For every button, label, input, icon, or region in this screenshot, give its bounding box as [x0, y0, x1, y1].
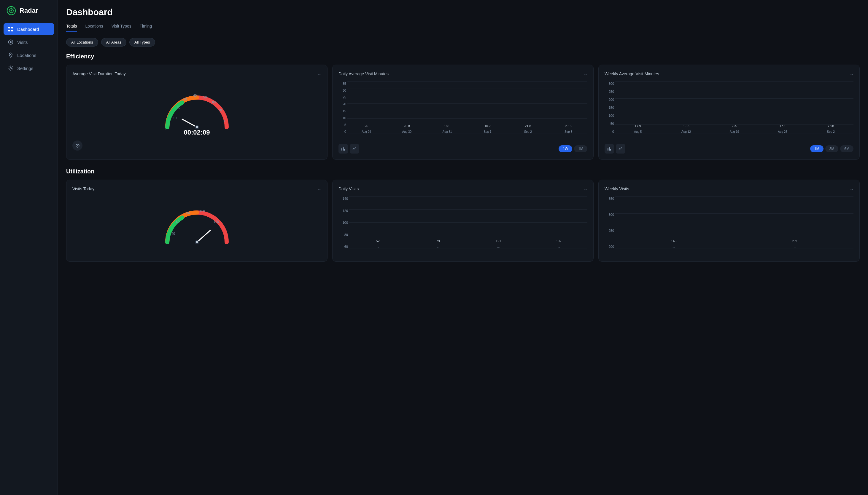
visits-today-title: Visits Today: [72, 186, 94, 191]
bars-container: 26 Aug 29 26.8 Aug 30 18.5 Aug 31: [347, 81, 587, 133]
sidebar-item-visits[interactable]: Visits: [3, 36, 54, 48]
svg-text:100: 100: [199, 209, 205, 213]
svg-rect-30: [608, 148, 608, 151]
period-btns-w: 1M 3M 6M: [810, 145, 853, 152]
weekly-chart-area: 17.9 Aug 5 1.33 Aug 12 225 Aug 19: [615, 81, 853, 140]
bar-aug29: 26 Aug 29: [347, 124, 386, 133]
svg-text:0: 0: [165, 127, 167, 131]
weekly-visits-card: Weekly Visits ⌄ 350 300 250 200: [598, 180, 860, 262]
bar-aug19: 225 Aug 19: [712, 124, 757, 133]
tab-visit-types[interactable]: Visit Types: [112, 22, 131, 32]
sidebar-item-dashboard[interactable]: Dashboard: [3, 23, 54, 35]
svg-rect-29: [344, 149, 345, 151]
daily-chart-wrapper: 35 30 25 20 15 10 5 0: [339, 81, 587, 140]
bar-wv1: 145 ...: [615, 239, 733, 249]
app-name: Radar: [20, 7, 38, 15]
sidebar-item-settings[interactable]: Settings: [3, 62, 54, 74]
pin-icon: [8, 52, 14, 58]
wv-chart-area: 145 ... 271 ...: [615, 196, 853, 256]
daily-visits-chevron[interactable]: ⌄: [584, 186, 587, 191]
svg-text:50: 50: [203, 96, 207, 99]
svg-text:40: 40: [171, 232, 175, 235]
bar-aug5: 17.9 Aug 5: [615, 124, 661, 133]
y-axis-dv: 140 120 100 80 60: [339, 196, 349, 249]
svg-rect-32: [610, 149, 611, 151]
period-3m-w[interactable]: 3M: [825, 145, 839, 152]
svg-point-12: [10, 54, 11, 55]
svg-rect-27: [341, 148, 342, 151]
page-title: Dashboard: [66, 7, 860, 17]
daily-avg-chevron[interactable]: ⌄: [584, 71, 587, 76]
svg-point-40: [196, 241, 198, 243]
visits-gauge-svg: 40 60 80 100 120: [159, 199, 235, 246]
avg-duration-chevron[interactable]: ⌄: [317, 71, 321, 76]
daily-chart-controls: 1W 1M: [339, 144, 587, 154]
main-content: Dashboard Totals Locations Visit Types T…: [58, 0, 868, 495]
y-axis-daily: 35 30 25 20 15 10 5 0: [339, 81, 347, 133]
card-header: Daily Average Visit Minutes ⌄: [339, 71, 587, 76]
sidebar-item-locations[interactable]: Locations: [3, 49, 54, 61]
svg-rect-28: [343, 147, 344, 151]
circle-dot-icon: [8, 39, 14, 45]
daily-visits-title: Daily Visits: [339, 186, 359, 191]
visits-today-card: Visits Today ⌄ 40 60 80 100 120: [66, 180, 328, 262]
y-axis-weekly: 300 250 200 150 100 50 0: [605, 81, 615, 133]
gauge-svg: 0 10 20 30 40 50 60 70 80: [159, 84, 235, 132]
weekly-visits-chevron[interactable]: ⌄: [850, 186, 853, 191]
svg-text:120: 120: [213, 220, 219, 223]
sidebar-visits-label: Visits: [17, 40, 28, 45]
gauge-footer: [72, 140, 321, 151]
period-1w[interactable]: 1W: [559, 145, 572, 152]
gauge-settings-btn[interactable]: [72, 140, 82, 151]
weekly-avg-chevron[interactable]: ⌄: [850, 71, 853, 76]
line-chart-btn-w[interactable]: [616, 144, 625, 154]
bar-aug30: 26.8 Aug 30: [388, 124, 426, 133]
period-6m-w[interactable]: 6M: [840, 145, 853, 152]
bars-container: 17.9 Aug 5 1.33 Aug 12 225 Aug 19: [615, 81, 853, 133]
weekly-chart-wrapper: 300 250 200 150 100 50 0: [605, 81, 853, 140]
bar-dv4: 102 ...: [530, 239, 587, 249]
bar-chart-btn-w[interactable]: [605, 144, 614, 154]
bar-dv3: 121 ...: [470, 239, 527, 249]
chip-all-areas[interactable]: All Areas: [101, 38, 126, 47]
tab-timing[interactable]: Timing: [140, 22, 152, 32]
logo-area: Radar: [0, 5, 58, 23]
chart-type-btns: [605, 144, 625, 154]
tab-totals[interactable]: Totals: [66, 22, 77, 32]
svg-line-38: [197, 230, 210, 242]
card-header: Weekly Average Visit Minutes ⌄: [605, 71, 853, 76]
period-1m-w[interactable]: 1M: [810, 145, 823, 152]
visits-today-chevron[interactable]: ⌄: [317, 186, 321, 191]
daily-visits-chart-wrapper: 140 120 100 80 60: [339, 196, 587, 256]
gauge-container: 0 10 20 30 40 50 60 70 80 00:02:09: [72, 81, 321, 136]
chip-all-types[interactable]: All Types: [129, 38, 155, 47]
bar-sep2-w: 7.98 Sep 2: [808, 124, 853, 133]
avg-duration-title: Average Visit Duration Today: [72, 71, 126, 76]
efficiency-cards: Average Visit Duration Today ⌄ 0 10 20 3…: [66, 65, 860, 160]
utilization-title: Utilization: [66, 168, 860, 175]
chart-type-btns: [339, 144, 359, 154]
bar-chart-btn[interactable]: [339, 144, 348, 154]
svg-rect-9: [11, 30, 13, 31]
line-chart-btn[interactable]: [350, 144, 359, 154]
weekly-visits-title: Weekly Visits: [605, 186, 629, 191]
svg-rect-7: [11, 27, 13, 29]
svg-text:60: 60: [176, 220, 179, 223]
chip-all-locations[interactable]: All Locations: [66, 38, 98, 47]
filter-chips: All Locations All Areas All Types: [66, 38, 860, 47]
svg-text:80: 80: [186, 211, 190, 215]
svg-point-11: [10, 41, 12, 43]
sidebar-dashboard-label: Dashboard: [17, 27, 39, 32]
svg-text:60: 60: [212, 101, 215, 104]
bar-dv1: 52 ...: [349, 239, 406, 249]
bar-dv2: 79 ...: [409, 239, 466, 249]
svg-point-25: [196, 126, 198, 129]
tab-locations[interactable]: Locations: [85, 22, 103, 32]
gauge-value: 00:02:09: [184, 129, 210, 136]
avg-visit-duration-card: Average Visit Duration Today ⌄ 0 10 20 3…: [66, 65, 328, 160]
daily-avg-visit-card: Daily Average Visit Minutes ⌄ 35 30 25 2…: [332, 65, 594, 160]
bar-sep2: 21.8 Sep 2: [509, 124, 547, 133]
sidebar-settings-label: Settings: [17, 66, 33, 71]
period-1m[interactable]: 1M: [574, 145, 587, 152]
bar-sep3: 2.15 Sep 3: [550, 124, 587, 133]
